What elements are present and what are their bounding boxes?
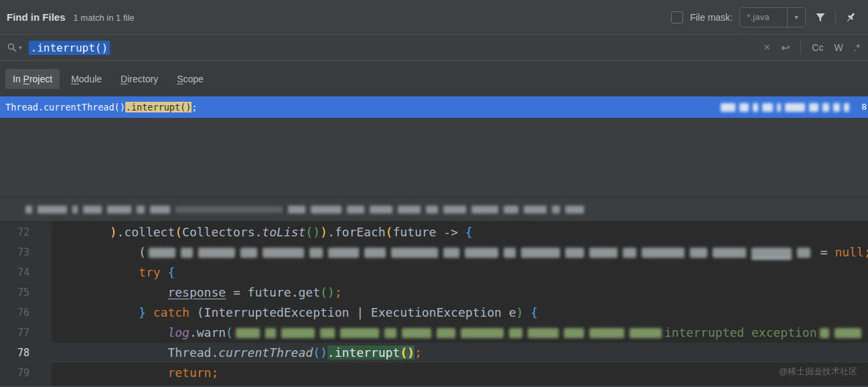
redacted-block	[83, 206, 102, 214]
code-token: toList	[262, 225, 305, 239]
code-token: .collect	[117, 225, 175, 239]
code-token: return;	[167, 366, 218, 380]
code-line[interactable]: 78 Thread.currentThread().interrupt();	[0, 343, 868, 363]
code-line[interactable]: 77 log.warn(interrupted exception	[0, 323, 868, 343]
redacted-code-block	[564, 328, 584, 338]
code-token: {	[465, 225, 473, 239]
redacted-code-block	[281, 328, 315, 338]
redacted-code-block	[820, 328, 829, 338]
magnifier-glyph	[7, 42, 17, 53]
code-content: ).collect(Collectors.toList()).forEach(f…	[52, 222, 473, 242]
code-token	[52, 245, 139, 259]
search-input[interactable]: .interrupt()	[29, 42, 111, 54]
newline-icon[interactable]: ↩	[781, 42, 790, 54]
code-line[interactable]: 76 } catch (InterruptedException | Execu…	[0, 303, 868, 323]
code-token: try	[139, 265, 161, 279]
code-line[interactable]: 73 ( = null;	[0, 242, 868, 262]
redacted-code-block	[240, 248, 257, 258]
redacted-block	[426, 206, 438, 214]
redacted-block	[38, 206, 67, 214]
tab-scope[interactable]: Scope	[169, 69, 211, 89]
redacted-code-block	[797, 248, 810, 258]
code-token: Collectors.	[182, 225, 262, 239]
redacted-code-block	[751, 248, 792, 258]
code-token: =	[226, 285, 248, 299]
redacted-block	[844, 103, 849, 112]
redacted-block	[524, 206, 547, 214]
search-icon: ▾	[7, 42, 29, 53]
line-number: 79	[0, 363, 52, 383]
file-mask-combo[interactable]: *.java ▾	[739, 7, 806, 27]
redacted-code-block	[263, 248, 304, 258]
tab-in-project[interactable]: In Project	[5, 69, 60, 89]
tab-directory[interactable]: Directory	[113, 69, 165, 89]
redacted-block	[72, 206, 78, 214]
chevron-down-icon[interactable]: ▾	[787, 8, 805, 27]
redacted-block	[443, 206, 466, 214]
divider	[835, 11, 836, 24]
search-result-row[interactable]: Thread.currentThread().interrupt(); 8	[0, 96, 868, 118]
redacted-code-block	[391, 248, 438, 258]
redacted-path	[721, 103, 849, 112]
redacted-code-block	[364, 248, 386, 258]
redacted-code-block	[198, 248, 235, 258]
chevron-down-icon[interactable]: ▾	[19, 44, 22, 51]
code-line[interactable]: 74 try {	[0, 262, 868, 283]
line-number: 78	[0, 343, 52, 363]
redacted-code-block	[565, 248, 584, 258]
code-content: response = future.get();	[52, 283, 342, 303]
redacted-block	[822, 103, 829, 112]
code-token: )	[313, 225, 320, 239]
scope-tabs: In ProjectModuleDirectoryScope	[0, 61, 868, 96]
code-token: (	[175, 225, 182, 239]
redacted-code-block	[402, 328, 431, 338]
redacted-code-block	[236, 328, 260, 338]
editor-pane[interactable]: 72 ).collect(Collectors.toList()).forEac…	[0, 221, 868, 386]
code-token	[52, 345, 167, 360]
redacted-code-block	[509, 328, 522, 338]
redacted-code-block	[630, 328, 662, 338]
code-content: ( = null;	[52, 242, 868, 262]
code-token: InterruptedException | ExecutionExceptio…	[204, 305, 516, 319]
redacted-code-block	[181, 248, 193, 258]
code-token: )	[516, 305, 524, 319]
header-left: Find in Files 1 match in 1 file	[7, 11, 135, 23]
tab-module[interactable]: Module	[64, 69, 109, 89]
code-line[interactable]: 72 ).collect(Collectors.toList()).forEac…	[0, 222, 868, 242]
code-token: }	[139, 305, 146, 319]
divider	[800, 41, 801, 54]
code-content: } catch (InterruptedException | Executio…	[52, 303, 538, 323]
code-token: null	[835, 245, 863, 259]
redacted-block	[137, 206, 145, 214]
code-token: ;	[415, 345, 422, 360]
code-token: currentThread	[218, 345, 313, 360]
line-number: 73	[0, 242, 52, 262]
redacted-code-block	[713, 248, 746, 258]
redacted-code-block	[340, 328, 379, 338]
redacted-block	[762, 103, 773, 112]
code-token: (	[320, 285, 328, 299]
pin-icon[interactable]	[843, 9, 859, 25]
close-icon[interactable]: ×	[764, 41, 770, 54]
redacted-block	[753, 103, 758, 112]
line-number: 74	[0, 262, 52, 283]
redacted-block	[398, 206, 421, 214]
code-token	[146, 305, 153, 319]
result-match-highlight: .interrupt()	[125, 102, 192, 112]
code-line[interactable]: 79 return;	[0, 363, 868, 383]
code-token: (	[313, 345, 320, 360]
search-match-highlight: .interrupt	[328, 345, 400, 360]
code-content: Thread.currentThread().interrupt();	[52, 343, 422, 363]
code-line[interactable]: 75 response = future.get();	[0, 283, 868, 303]
regex-button[interactable]: .*	[854, 42, 860, 53]
file-mask-checkbox[interactable]	[671, 11, 683, 23]
redacted-code-block	[521, 248, 560, 258]
line-number: 72	[0, 222, 52, 242]
watermark: @稀土掘金技术社区	[779, 366, 857, 378]
code-token: )	[320, 225, 328, 239]
words-button[interactable]: W	[834, 42, 843, 53]
match-case-button[interactable]: Cc	[812, 42, 823, 53]
code-token: (	[139, 245, 146, 259]
filter-icon[interactable]	[812, 9, 828, 25]
redacted-block	[370, 206, 392, 214]
